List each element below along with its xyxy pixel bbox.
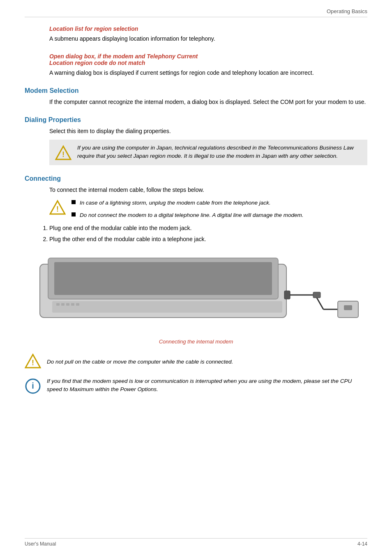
- svg-rect-10: [66, 303, 69, 306]
- step-2: Plug the other end of the modular cable …: [49, 235, 367, 244]
- page-footer: User's Manual 4-14: [25, 538, 367, 547]
- info-text-speed: If you find that the modem speed is low …: [47, 377, 367, 394]
- heading-location-list: Location list for region selection: [49, 25, 367, 32]
- warning-text-japan: If you are using the computer in Japan, …: [77, 144, 362, 161]
- step-2-text: Plug the other end of the modular cable …: [49, 236, 206, 242]
- step-1-text: Plug one end of the modular cable into t…: [49, 225, 191, 231]
- svg-rect-18: [344, 305, 352, 310]
- caution-box-cable: ! Do not pull on the cable or move the c…: [25, 353, 367, 371]
- diagram-caption: Connecting the internal modem: [25, 339, 367, 345]
- header-title: Operating Basics: [327, 8, 367, 14]
- svg-rect-6: [54, 262, 272, 295]
- body-location-list: A submenu appears displaying location in…: [49, 35, 367, 43]
- body-modem-selection: If the computer cannot recognize the int…: [49, 98, 367, 106]
- warning-bullets-box: ! In case of a lightning storm, unplug t…: [49, 198, 367, 219]
- section-dialing-properties: Dialing Properties Select this item to d…: [25, 116, 367, 165]
- svg-rect-12: [76, 303, 79, 306]
- caution-text-cable: Do not pull on the cable or move the com…: [47, 359, 233, 365]
- body-open-dialog: A warning dialog box is displayed if cur…: [49, 69, 367, 77]
- svg-text:i: i: [32, 381, 34, 390]
- heading-connecting: Connecting: [25, 175, 367, 182]
- body-connecting: To connect the internal modem cable, fol…: [49, 186, 367, 194]
- heading-modem-selection: Modem Selection: [25, 87, 367, 94]
- info-box-speed: i If you find that the modem speed is lo…: [25, 377, 367, 396]
- section-open-dialog: Open dialog box, if the modem and Teleph…: [25, 53, 367, 77]
- bullet-text-2: Do not connect the modem to a digital te…: [80, 211, 304, 220]
- bullet-item-1: In case of a lightning storm, unplug the…: [71, 198, 304, 207]
- footer-left: User's Manual: [25, 541, 56, 547]
- warning-icon-connecting: !: [49, 199, 66, 217]
- heading-dialing-properties: Dialing Properties: [25, 116, 367, 124]
- body-dialing-properties: Select this item to display the dialing …: [49, 127, 367, 136]
- svg-rect-9: [61, 303, 65, 306]
- bullet-square-2: [71, 212, 76, 216]
- svg-rect-7: [52, 301, 282, 313]
- svg-text:!: !: [62, 150, 65, 159]
- warning-japan: ! If you are using the computer in Japan…: [49, 140, 367, 165]
- section-connecting: Connecting To connect the internal modem…: [25, 175, 367, 396]
- footer-right: 4-14: [357, 541, 367, 547]
- svg-rect-13: [284, 291, 290, 299]
- bullet-item-2: Do not connect the modem to a digital te…: [71, 211, 304, 220]
- step-1: Plug one end of the modular cable into t…: [49, 223, 367, 233]
- bullet-square-1: [71, 200, 76, 204]
- svg-text:!: !: [32, 359, 34, 367]
- warning-icon-japan: !: [55, 145, 71, 161]
- info-icon-speed: i: [25, 378, 41, 396]
- heading-open-dialog: Open dialog box, if the modem and Teleph…: [49, 53, 367, 66]
- section-location-list: Location list for region selection A sub…: [25, 25, 367, 43]
- svg-rect-19: [313, 292, 321, 298]
- bullet-text-1: In case of a lightning storm, unplug the…: [80, 198, 271, 207]
- modem-diagram-svg: [28, 252, 364, 334]
- svg-text:!: !: [56, 205, 59, 213]
- warning-icon-cable: !: [25, 353, 41, 371]
- bullet-list-container: In case of a lightning storm, unplug the…: [71, 198, 304, 219]
- svg-rect-11: [71, 303, 74, 306]
- modem-diagram: Connecting the internal modem: [25, 252, 367, 345]
- section-modem-selection: Modem Selection If the computer cannot r…: [25, 87, 367, 106]
- page-header: Operating Basics: [25, 8, 367, 17]
- svg-rect-8: [56, 303, 60, 306]
- steps-list: Plug one end of the modular cable into t…: [49, 223, 367, 244]
